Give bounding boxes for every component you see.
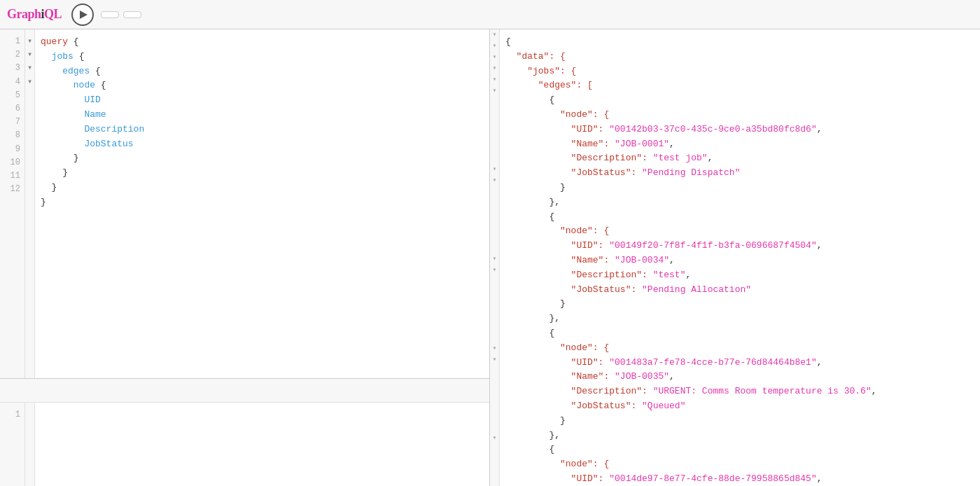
vars-line-numbers: 1 (0, 403, 25, 486)
result-brace: , (708, 153, 713, 163)
result-key: "UID": (505, 473, 609, 484)
result-key: "JobStatus": (505, 401, 642, 411)
result-fold-36[interactable]: ▾ (491, 433, 498, 444)
punct (41, 51, 52, 62)
result-fold-15 (491, 197, 498, 209)
result-fold-1[interactable]: ▾ (491, 41, 498, 52)
field-name: node (74, 80, 95, 90)
result-fold-20[interactable]: ▾ (491, 254, 498, 265)
var-line-num-1: 1 (6, 408, 20, 422)
result-string: "JOB-0034" (615, 255, 669, 265)
result-fold-19 (491, 242, 498, 254)
left-panel: 123456789101112 ▾▾▾▾ query { jobs { edge… (0, 29, 490, 486)
result-brace: , (817, 124, 822, 134)
line-num-9: 9 (6, 143, 20, 156)
prettify-button[interactable] (101, 11, 119, 18)
fold-11 (25, 169, 34, 183)
header: GraphiQL (0, 0, 980, 29)
result-brace: { (505, 36, 511, 47)
query-variables-editor[interactable]: 1 (0, 402, 489, 486)
fold-5 (25, 89, 34, 102)
result-brace: , (817, 240, 822, 251)
result-brace: } (505, 298, 566, 309)
result-key: "jobs": { (505, 66, 576, 76)
vars-code-editor: 1 (0, 403, 489, 486)
line-numbers: 123456789101112 (0, 29, 25, 378)
result-fold-12[interactable]: ▾ (491, 164, 498, 175)
result-fold-21[interactable]: ▾ (491, 265, 498, 276)
fold-2[interactable]: ▾ (25, 48, 34, 62)
result-key: "Name": (505, 139, 615, 149)
fold-1[interactable]: ▾ (25, 35, 34, 48)
punct: } (41, 167, 68, 178)
result-string: "test" (653, 270, 686, 280)
vars-fold-1 (25, 408, 34, 422)
result-fold-9 (491, 130, 498, 141)
result-string: "Pending Dispatch" (642, 167, 740, 178)
result-fold-0[interactable]: ▾ (491, 29, 498, 41)
field-name: UID (41, 95, 101, 105)
field-name: JobStatus (41, 139, 134, 149)
fold-12 (25, 183, 34, 196)
result-key: "Name": (505, 371, 615, 382)
result-brace: , (669, 139, 675, 149)
result-brace: }, (505, 313, 560, 324)
result-brace: , (685, 270, 691, 280)
result-fold-6 (491, 97, 498, 108)
punct: { (68, 36, 79, 47)
code-content[interactable]: query { jobs { edges { node { UID Name D… (35, 29, 489, 378)
result-string: "test job" (653, 153, 708, 163)
result-brace: { (505, 444, 554, 454)
result-key: "node": { (505, 342, 609, 353)
line-num-6: 6 (6, 102, 20, 116)
query-variables-bar[interactable] (0, 378, 489, 402)
result-fold-2[interactable]: ▾ (491, 52, 498, 63)
result-panel[interactable]: ▾▾▾▾▾▾ ▾▾ ▾▾ ▾▾ ▾ { "data": { "jobs": { … (490, 29, 980, 486)
result-brace: }, (505, 197, 560, 207)
result-fold-3[interactable]: ▾ (491, 63, 498, 74)
field-name: edges (62, 66, 90, 76)
line-num-8: 8 (6, 129, 20, 142)
fold-4[interactable]: ▾ (25, 76, 34, 89)
result-fold-34 (491, 410, 498, 422)
history-button[interactable] (123, 11, 141, 18)
line-num-4: 4 (6, 76, 20, 89)
line-num-11: 11 (6, 169, 20, 183)
vars-code-content[interactable] (35, 403, 489, 486)
punct: { (95, 80, 106, 90)
result-fold-13[interactable]: ▾ (491, 175, 498, 186)
result-fold-35 (491, 422, 498, 433)
result-brace: }, (505, 430, 560, 440)
result-key: "data": { (505, 51, 566, 62)
result-brace: , (872, 386, 877, 396)
line-num-3: 3 (6, 62, 20, 75)
result-brace: , (669, 255, 675, 265)
result-brace: , (817, 473, 822, 484)
fold-3[interactable]: ▾ (25, 62, 34, 75)
result-brace: { (505, 95, 554, 105)
query-editor[interactable]: 123456789101112 ▾▾▾▾ query { jobs { edge… (0, 29, 489, 378)
result-brace: } (505, 182, 566, 193)
result-fold-29[interactable]: ▾ (491, 354, 498, 366)
result-brace: { (505, 328, 554, 338)
result-string: "00149f20-7f8f-4f1f-b3fa-0696687f4504" (609, 240, 816, 251)
result-fold-33 (491, 399, 498, 410)
result-fold-24 (491, 298, 498, 310)
result-fold-28[interactable]: ▾ (491, 343, 498, 354)
result-string: "JOB-0035" (615, 371, 669, 382)
result-key: "edges": [ (505, 80, 593, 90)
graphiql-logo: GraphiQL (7, 7, 62, 22)
code-editor: 123456789101112 ▾▾▾▾ query { jobs { edge… (0, 29, 489, 378)
result-string: "001483a7-fe78-4cce-b77e-76d84464b8e1" (609, 357, 816, 368)
run-button[interactable] (71, 4, 94, 26)
result-brace: , (669, 371, 675, 382)
result-fold-18 (491, 231, 498, 242)
result-string: "00142b03-37c0-435c-9ce0-a35bd80fc8d6" (609, 124, 816, 134)
result-fold-4[interactable]: ▾ (491, 74, 498, 85)
result-fold-5[interactable]: ▾ (491, 85, 498, 97)
result-fold-11 (491, 153, 498, 164)
result-key: "node": { (505, 225, 609, 236)
punct: { (90, 66, 101, 76)
fold-8 (25, 129, 34, 142)
fold-10 (25, 156, 34, 169)
